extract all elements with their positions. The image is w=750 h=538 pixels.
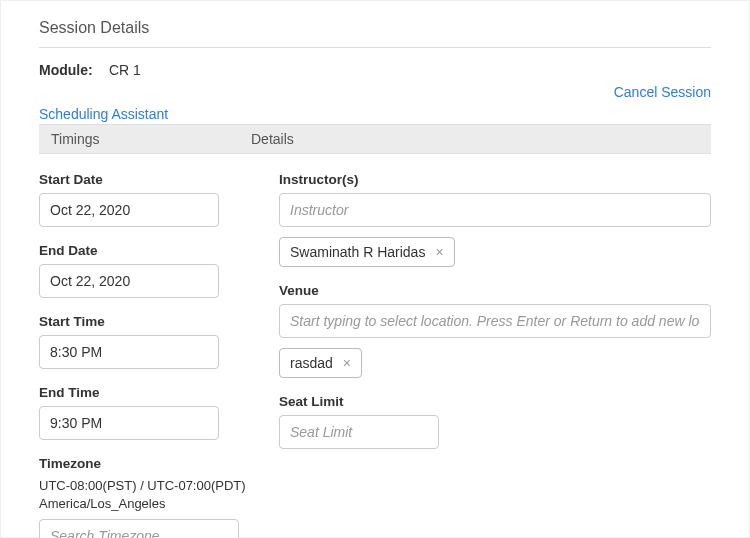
- start-time-label: Start Time: [39, 314, 249, 329]
- page-title: Session Details: [39, 19, 711, 48]
- start-date-label: Start Date: [39, 172, 249, 187]
- end-date-label: End Date: [39, 243, 249, 258]
- venue-label: Venue: [279, 283, 711, 298]
- scheduling-assistant-link[interactable]: Scheduling Assistant: [39, 100, 168, 124]
- instructor-chip-label: Swaminath R Haridas: [290, 244, 425, 260]
- timezone-label: Timezone: [39, 456, 249, 471]
- end-date-input[interactable]: [39, 264, 219, 298]
- timezone-search-input[interactable]: [39, 519, 239, 538]
- module-row: Module: CR 1: [39, 48, 711, 84]
- tab-details[interactable]: Details: [251, 131, 451, 147]
- instructor-label: Instructor(s): [279, 172, 711, 187]
- tab-timings[interactable]: Timings: [51, 131, 251, 147]
- form-area: Start Date End Date Start Time End Time …: [39, 154, 711, 538]
- instructor-input[interactable]: [279, 193, 711, 227]
- instructor-chip: Swaminath R Haridas ×: [279, 237, 455, 267]
- timezone-value: UTC-08:00(PST) / UTC-07:00(PDT) America/…: [39, 477, 249, 513]
- venue-chip-label: rasdad: [290, 355, 333, 371]
- instructor-chip-row: Swaminath R Haridas ×: [279, 237, 711, 267]
- start-time-input[interactable]: [39, 335, 219, 369]
- close-icon[interactable]: ×: [435, 245, 443, 259]
- module-label: Module:: [39, 62, 109, 78]
- venue-chip-row: rasdad ×: [279, 348, 711, 378]
- tab-bar: Timings Details: [39, 124, 711, 154]
- cancel-session-link[interactable]: Cancel Session: [614, 84, 711, 100]
- seat-limit-input[interactable]: [279, 415, 439, 449]
- venue-chip: rasdad ×: [279, 348, 362, 378]
- venue-input[interactable]: [279, 304, 711, 338]
- close-icon[interactable]: ×: [343, 356, 351, 370]
- start-date-input[interactable]: [39, 193, 219, 227]
- seat-limit-label: Seat Limit: [279, 394, 711, 409]
- module-value: CR 1: [109, 62, 141, 78]
- end-time-label: End Time: [39, 385, 249, 400]
- timings-column: Start Date End Date Start Time End Time …: [39, 172, 249, 538]
- session-details-panel: Session Details Module: CR 1 Cancel Sess…: [0, 0, 750, 538]
- details-column: Instructor(s) Swaminath R Haridas × Venu…: [279, 172, 711, 538]
- end-time-input[interactable]: [39, 406, 219, 440]
